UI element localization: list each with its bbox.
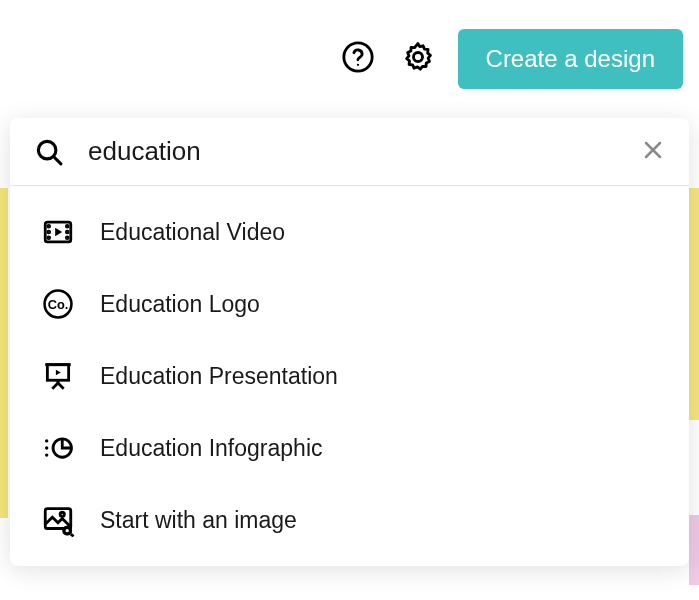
gear-icon <box>401 40 435 78</box>
suggestions-list: Educational Video Co. Education Logo <box>10 186 689 566</box>
svg-point-23 <box>45 439 48 442</box>
suggestion-education-logo[interactable]: Co. Education Logo <box>10 268 689 340</box>
svg-point-12 <box>66 231 68 233</box>
background-accent-right <box>689 188 699 420</box>
video-icon <box>40 214 76 250</box>
background-accent-pink <box>689 515 699 585</box>
image-icon <box>40 502 76 538</box>
suggestion-education-infographic[interactable]: Education Infographic <box>10 412 689 484</box>
suggestion-label: Start with an image <box>100 507 297 534</box>
svg-line-31 <box>71 534 74 536</box>
svg-marker-19 <box>56 370 61 376</box>
suggestion-label: Educational Video <box>100 219 285 246</box>
svg-point-24 <box>45 446 48 449</box>
topbar: Create a design <box>0 0 699 118</box>
svg-marker-14 <box>55 228 62 237</box>
svg-line-22 <box>58 383 64 389</box>
search-row <box>10 118 689 186</box>
suggestion-start-with-image[interactable]: Start with an image <box>10 484 689 556</box>
help-button[interactable] <box>338 39 378 79</box>
close-icon <box>641 138 665 166</box>
infographic-icon <box>40 430 76 466</box>
svg-point-10 <box>48 237 50 239</box>
svg-point-13 <box>66 237 68 239</box>
suggestion-label: Education Infographic <box>100 435 323 462</box>
suggestion-education-presentation[interactable]: Education Presentation <box>10 340 689 412</box>
svg-point-0 <box>343 43 371 71</box>
logo-icon: Co. <box>40 286 76 322</box>
search-icon <box>34 137 64 167</box>
search-panel: Educational Video Co. Education Logo <box>10 118 689 566</box>
background-accent-left <box>0 188 8 518</box>
svg-point-8 <box>48 225 50 227</box>
svg-point-28 <box>60 512 64 516</box>
suggestion-educational-video[interactable]: Educational Video <box>10 196 689 268</box>
svg-point-2 <box>413 52 422 61</box>
svg-line-4 <box>54 157 61 164</box>
svg-point-1 <box>356 64 358 66</box>
suggestion-label: Education Presentation <box>100 363 338 390</box>
settings-button[interactable] <box>398 39 438 79</box>
clear-search-button[interactable] <box>641 140 665 164</box>
search-input[interactable] <box>88 136 641 167</box>
svg-point-11 <box>66 225 68 227</box>
svg-text:Co.: Co. <box>48 297 69 312</box>
suggestion-label: Education Logo <box>100 291 260 318</box>
create-design-button[interactable]: Create a design <box>458 29 683 89</box>
svg-point-25 <box>45 453 48 456</box>
svg-point-9 <box>48 231 50 233</box>
presentation-icon <box>40 358 76 394</box>
help-icon <box>341 40 375 78</box>
